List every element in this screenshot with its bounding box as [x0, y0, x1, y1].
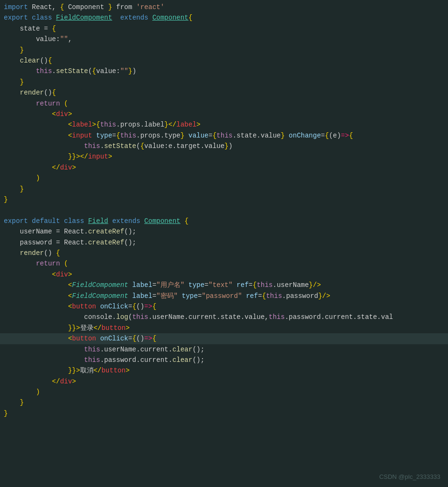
line-20 — [0, 205, 448, 215]
line-29: <button onClick={()=>{ — [0, 301, 448, 312]
line-26: <div> — [0, 269, 448, 280]
line-10: return ( — [0, 98, 448, 109]
line-3: state = { — [0, 23, 448, 34]
line-22: userName = React.createRef(); — [0, 226, 448, 237]
line-5: } — [0, 45, 448, 55]
line-23: password = React.createRef(); — [0, 237, 448, 248]
line-35: }}>取消</button> — [0, 365, 448, 376]
line-30: console.log(this.userName.current.state.… — [0, 312, 448, 322]
line-28: <FieldCompoment label="密码" type="passwor… — [0, 291, 448, 301]
line-1: import React, { Component } from 'react' — [0, 2, 448, 12]
line-16: </div> — [0, 162, 448, 173]
line-7: this.setState({value:""}) — [0, 66, 448, 76]
line-11: <div> — [0, 109, 448, 119]
line-33: this.userName.current.clear(); — [0, 344, 448, 355]
line-18: } — [0, 184, 448, 194]
line-38: } — [0, 397, 448, 408]
line-24: render() { — [0, 248, 448, 258]
line-9: render(){ — [0, 87, 448, 98]
line-27: <FieldCompoment label="用户名" type="text" … — [0, 280, 448, 290]
code-editor: import React, { Component } from 'react'… — [0, 0, 448, 487]
line-6: clear(){ — [0, 55, 448, 66]
line-36: </div> — [0, 376, 448, 387]
line-39: } — [0, 408, 448, 419]
line-31: }}>登录</button> — [0, 323, 448, 333]
line-14: this.setState({value:e.target.value}) — [0, 141, 448, 151]
line-15: }}></input> — [0, 151, 448, 162]
line-19: } — [0, 194, 448, 205]
line-34: this.password.current.clear(); — [0, 355, 448, 365]
watermark: CSDN @plc_2333333 — [379, 472, 440, 482]
line-13: <input type={this.props.type} value={thi… — [0, 130, 448, 141]
line-4: value:"", — [0, 34, 448, 44]
line-17: ) — [0, 173, 448, 183]
line-12: <label>{this.props.label}</label> — [0, 119, 448, 130]
line-2: export class FieldCompoment extends Comp… — [0, 12, 448, 23]
line-25: return ( — [0, 258, 448, 269]
line-37: ) — [0, 387, 448, 397]
line-21: export default class Field extends Compo… — [0, 216, 448, 226]
line-8: } — [0, 77, 448, 87]
line-32: <button onClick={()=>{ — [0, 333, 448, 344]
